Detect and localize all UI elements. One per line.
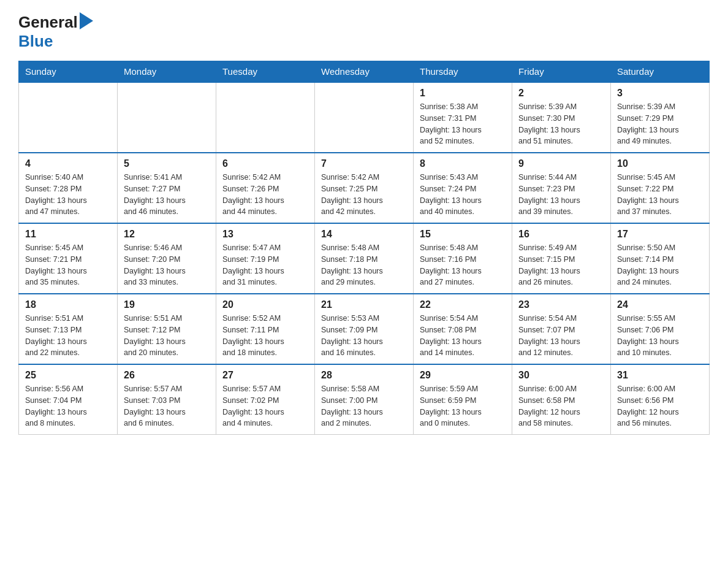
day-info: Sunrise: 5:51 AMSunset: 7:13 PMDaylight:… (25, 313, 111, 359)
calendar-cell: 28Sunrise: 5:58 AMSunset: 7:00 PMDayligh… (315, 364, 414, 435)
day-info: Sunrise: 5:49 AMSunset: 7:15 PMDaylight:… (518, 242, 604, 288)
day-number: 23 (518, 299, 604, 310)
calendar-cell: 17Sunrise: 5:50 AMSunset: 7:14 PMDayligh… (611, 223, 710, 294)
day-number: 14 (321, 229, 407, 240)
day-number: 30 (518, 370, 604, 381)
day-info: Sunrise: 5:41 AMSunset: 7:27 PMDaylight:… (124, 172, 210, 218)
day-number: 24 (617, 299, 703, 310)
calendar-cell: 24Sunrise: 5:55 AMSunset: 7:06 PMDayligh… (611, 294, 710, 364)
week-row-3: 11Sunrise: 5:45 AMSunset: 7:21 PMDayligh… (19, 223, 710, 294)
day-number: 18 (25, 299, 111, 310)
calendar-cell: 20Sunrise: 5:52 AMSunset: 7:11 PMDayligh… (216, 294, 315, 364)
day-number: 9 (518, 158, 604, 169)
day-number: 3 (617, 88, 703, 99)
calendar-cell: 5Sunrise: 5:41 AMSunset: 7:27 PMDaylight… (118, 153, 216, 223)
day-info: Sunrise: 5:54 AMSunset: 7:08 PMDaylight:… (420, 313, 506, 359)
day-number: 13 (222, 229, 308, 240)
day-info: Sunrise: 5:40 AMSunset: 7:28 PMDaylight:… (25, 172, 111, 218)
day-info: Sunrise: 5:57 AMSunset: 7:02 PMDaylight:… (222, 383, 308, 429)
calendar-cell: 13Sunrise: 5:47 AMSunset: 7:19 PMDayligh… (216, 223, 315, 294)
calendar-cell: 23Sunrise: 5:54 AMSunset: 7:07 PMDayligh… (512, 294, 611, 364)
day-info: Sunrise: 5:48 AMSunset: 7:16 PMDaylight:… (420, 242, 506, 288)
day-number: 1 (420, 88, 506, 99)
day-number: 7 (321, 158, 407, 169)
week-row-2: 4Sunrise: 5:40 AMSunset: 7:28 PMDaylight… (19, 153, 710, 223)
day-number: 2 (518, 88, 604, 99)
logo: General Blue (18, 12, 94, 51)
calendar-cell (19, 82, 118, 153)
day-number: 15 (420, 229, 506, 240)
day-info: Sunrise: 5:44 AMSunset: 7:23 PMDaylight:… (518, 172, 604, 218)
calendar-cell: 27Sunrise: 5:57 AMSunset: 7:02 PMDayligh… (216, 364, 315, 435)
day-number: 6 (222, 158, 308, 169)
day-number: 4 (25, 158, 111, 169)
calendar-table: SundayMondayTuesdayWednesdayThursdayFrid… (18, 61, 710, 435)
logo-general-text: General (18, 13, 78, 32)
page-header: General Blue (18, 12, 710, 51)
day-info: Sunrise: 5:45 AMSunset: 7:22 PMDaylight:… (617, 172, 703, 218)
weekday-header-monday: Monday (118, 61, 216, 83)
day-info: Sunrise: 5:58 AMSunset: 7:00 PMDaylight:… (321, 383, 407, 429)
calendar-cell: 21Sunrise: 5:53 AMSunset: 7:09 PMDayligh… (315, 294, 414, 364)
logo-flag-icon (80, 12, 93, 29)
weekday-header-row: SundayMondayTuesdayWednesdayThursdayFrid… (19, 61, 710, 83)
calendar-cell: 30Sunrise: 6:00 AMSunset: 6:58 PMDayligh… (512, 364, 611, 435)
weekday-header-tuesday: Tuesday (216, 61, 315, 83)
logo-blue-text: Blue (18, 32, 53, 50)
calendar-cell: 15Sunrise: 5:48 AMSunset: 7:16 PMDayligh… (414, 223, 512, 294)
day-number: 25 (25, 370, 111, 381)
calendar-cell (216, 82, 315, 153)
day-info: Sunrise: 6:00 AMSunset: 6:56 PMDaylight:… (617, 383, 703, 429)
calendar-cell: 11Sunrise: 5:45 AMSunset: 7:21 PMDayligh… (19, 223, 118, 294)
weekday-header-wednesday: Wednesday (315, 61, 414, 83)
day-info: Sunrise: 5:38 AMSunset: 7:31 PMDaylight:… (420, 101, 506, 147)
day-number: 20 (222, 299, 308, 310)
calendar-cell: 4Sunrise: 5:40 AMSunset: 7:28 PMDaylight… (19, 153, 118, 223)
week-row-4: 18Sunrise: 5:51 AMSunset: 7:13 PMDayligh… (19, 294, 710, 364)
day-info: Sunrise: 5:42 AMSunset: 7:25 PMDaylight:… (321, 172, 407, 218)
calendar-cell: 9Sunrise: 5:44 AMSunset: 7:23 PMDaylight… (512, 153, 611, 223)
calendar-cell: 25Sunrise: 5:56 AMSunset: 7:04 PMDayligh… (19, 364, 118, 435)
weekday-header-sunday: Sunday (19, 61, 118, 83)
day-number: 31 (617, 370, 703, 381)
day-number: 19 (124, 299, 210, 310)
day-number: 16 (518, 229, 604, 240)
calendar-cell: 1Sunrise: 5:38 AMSunset: 7:31 PMDaylight… (414, 82, 512, 153)
day-number: 12 (124, 229, 210, 240)
svg-marker-0 (80, 12, 93, 29)
day-info: Sunrise: 6:00 AMSunset: 6:58 PMDaylight:… (518, 383, 604, 429)
day-number: 5 (124, 158, 210, 169)
day-number: 22 (420, 299, 506, 310)
calendar-cell: 7Sunrise: 5:42 AMSunset: 7:25 PMDaylight… (315, 153, 414, 223)
day-info: Sunrise: 5:47 AMSunset: 7:19 PMDaylight:… (222, 242, 308, 288)
calendar-cell: 12Sunrise: 5:46 AMSunset: 7:20 PMDayligh… (118, 223, 216, 294)
calendar-cell: 29Sunrise: 5:59 AMSunset: 6:59 PMDayligh… (414, 364, 512, 435)
calendar-cell: 3Sunrise: 5:39 AMSunset: 7:29 PMDaylight… (611, 82, 710, 153)
day-number: 21 (321, 299, 407, 310)
calendar-cell: 14Sunrise: 5:48 AMSunset: 7:18 PMDayligh… (315, 223, 414, 294)
day-info: Sunrise: 5:39 AMSunset: 7:30 PMDaylight:… (518, 101, 604, 147)
day-info: Sunrise: 5:52 AMSunset: 7:11 PMDaylight:… (222, 313, 308, 359)
day-number: 10 (617, 158, 703, 169)
weekday-header-friday: Friday (512, 61, 611, 83)
calendar-cell: 16Sunrise: 5:49 AMSunset: 7:15 PMDayligh… (512, 223, 611, 294)
day-number: 17 (617, 229, 703, 240)
day-info: Sunrise: 5:54 AMSunset: 7:07 PMDaylight:… (518, 313, 604, 359)
calendar-cell: 10Sunrise: 5:45 AMSunset: 7:22 PMDayligh… (611, 153, 710, 223)
calendar-cell (118, 82, 216, 153)
weekday-header-saturday: Saturday (611, 61, 710, 83)
weekday-header-thursday: Thursday (414, 61, 512, 83)
day-info: Sunrise: 5:42 AMSunset: 7:26 PMDaylight:… (222, 172, 308, 218)
calendar-cell: 22Sunrise: 5:54 AMSunset: 7:08 PMDayligh… (414, 294, 512, 364)
day-info: Sunrise: 5:59 AMSunset: 6:59 PMDaylight:… (420, 383, 506, 429)
day-info: Sunrise: 5:56 AMSunset: 7:04 PMDaylight:… (25, 383, 111, 429)
calendar-cell: 18Sunrise: 5:51 AMSunset: 7:13 PMDayligh… (19, 294, 118, 364)
day-info: Sunrise: 5:48 AMSunset: 7:18 PMDaylight:… (321, 242, 407, 288)
calendar-cell: 26Sunrise: 5:57 AMSunset: 7:03 PMDayligh… (118, 364, 216, 435)
calendar-cell (315, 82, 414, 153)
day-info: Sunrise: 5:51 AMSunset: 7:12 PMDaylight:… (124, 313, 210, 359)
week-row-1: 1Sunrise: 5:38 AMSunset: 7:31 PMDaylight… (19, 82, 710, 153)
day-info: Sunrise: 5:46 AMSunset: 7:20 PMDaylight:… (124, 242, 210, 288)
calendar-cell: 19Sunrise: 5:51 AMSunset: 7:12 PMDayligh… (118, 294, 216, 364)
day-number: 28 (321, 370, 407, 381)
